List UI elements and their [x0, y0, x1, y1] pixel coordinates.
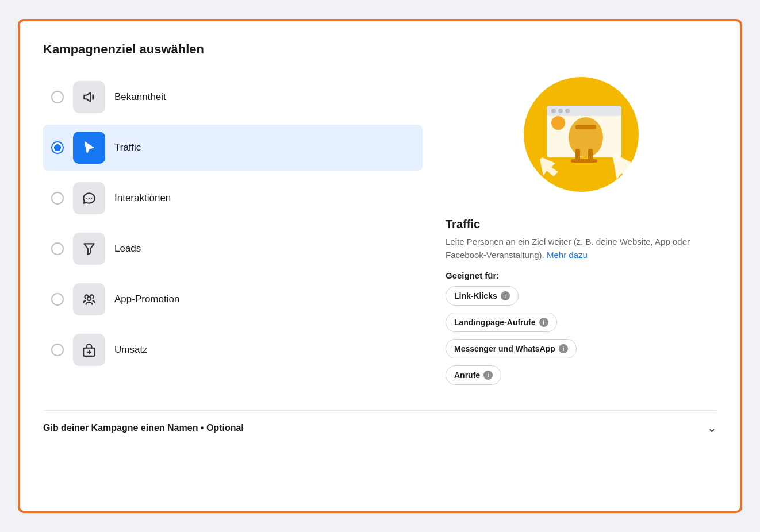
- svg-point-7: [558, 109, 563, 113]
- megaphone-icon: [82, 90, 97, 105]
- option-label-umsatz: Umsatz: [114, 344, 148, 356]
- traffic-illustration: [501, 74, 662, 206]
- icon-box-bekanntheit: [73, 81, 105, 113]
- chevron-down-icon: ⌄: [707, 421, 717, 435]
- bottom-bar-text: Gib deiner Kampagne einen Namen • Option…: [43, 423, 244, 433]
- cursor-icon: [82, 140, 97, 155]
- option-label-bekanntheit: Bekanntheit: [114, 91, 166, 103]
- svg-point-8: [565, 109, 570, 113]
- option-leads[interactable]: Leads: [43, 226, 423, 272]
- svg-rect-10: [575, 149, 580, 160]
- radio-traffic[interactable]: [51, 141, 64, 154]
- option-label-app-promotion: App-Promotion: [114, 294, 179, 305]
- page-title: Kampagnenziel auswählen: [43, 42, 717, 57]
- tag-anrufe: Anrufe i: [446, 365, 501, 385]
- option-label-traffic: Traffic: [114, 142, 141, 153]
- svg-rect-12: [571, 159, 597, 163]
- svg-point-6: [551, 109, 556, 113]
- svg-rect-11: [588, 149, 593, 160]
- bottom-bar[interactable]: Gib deiner Kampagne einen Namen • Option…: [43, 410, 717, 445]
- detail-title: Traffic: [446, 218, 717, 231]
- radio-leads[interactable]: [51, 242, 64, 255]
- icon-box-leads: [73, 233, 105, 265]
- svg-rect-13: [575, 125, 596, 129]
- tag-link-klicks: Link-Klicks i: [446, 286, 519, 306]
- right-panel: Traffic Leite Personen an ein Ziel weite…: [446, 74, 717, 390]
- svg-point-14: [551, 116, 565, 130]
- traffic-svg: [501, 74, 662, 206]
- icon-box-interaktionen: [73, 182, 105, 214]
- radio-bekanntheit[interactable]: [51, 91, 64, 103]
- tags-list: Link-Klicks i Landingpage-Aufrufe i Mess…: [446, 286, 717, 390]
- info-icon-landingpage[interactable]: i: [539, 318, 548, 327]
- icon-box-app-promotion: [73, 283, 105, 315]
- radio-umsatz[interactable]: [51, 344, 64, 356]
- left-panel: Bekanntheit Traffic: [43, 74, 423, 390]
- option-label-interaktionen: Interaktionen: [114, 192, 171, 204]
- chat-icon: [82, 191, 97, 206]
- people-icon: [82, 292, 97, 307]
- svg-rect-5: [547, 106, 621, 116]
- suited-title: Geeignet für:: [446, 271, 717, 280]
- option-interaktionen[interactable]: Interaktionen: [43, 175, 423, 221]
- option-umsatz[interactable]: Umsatz: [43, 327, 423, 373]
- tag-landingpage: Landingpage-Aufrufe i: [446, 313, 557, 332]
- main-content: Bekanntheit Traffic: [43, 74, 717, 390]
- mehr-dazu-link[interactable]: Mehr dazu: [547, 250, 588, 260]
- main-card: Kampagnenziel auswählen Bekanntheit: [18, 19, 742, 513]
- option-bekanntheit[interactable]: Bekanntheit: [43, 74, 423, 120]
- option-app-promotion[interactable]: App-Promotion: [43, 276, 423, 322]
- funnel-icon: [82, 241, 97, 256]
- info-icon-messenger[interactable]: i: [559, 344, 568, 353]
- svg-point-9: [569, 117, 603, 157]
- icon-box-traffic: [73, 132, 105, 164]
- radio-interaktionen[interactable]: [51, 192, 64, 205]
- bag-icon: [82, 342, 97, 357]
- tag-messenger: Messenger und WhatsApp i: [446, 339, 577, 358]
- radio-app-promotion[interactable]: [51, 293, 64, 306]
- info-icon-link-klicks[interactable]: i: [501, 291, 510, 300]
- icon-box-umsatz: [73, 334, 105, 366]
- info-icon-anrufe[interactable]: i: [483, 371, 493, 380]
- option-traffic[interactable]: Traffic: [43, 125, 423, 171]
- detail-description: Leite Personen an ein Ziel weiter (z. B.…: [446, 236, 717, 261]
- option-label-leads: Leads: [114, 243, 141, 255]
